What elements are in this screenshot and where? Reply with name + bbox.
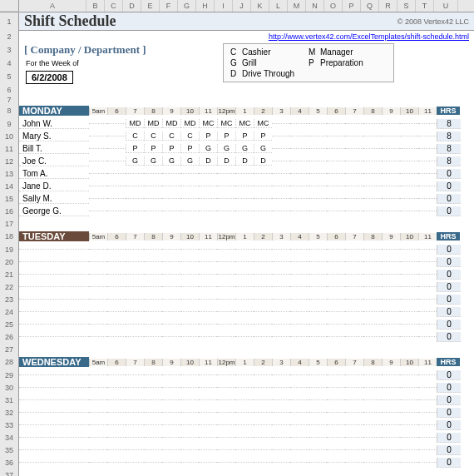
shift-cell[interactable] <box>180 211 199 211</box>
shift-cell[interactable] <box>363 311 382 312</box>
shift-cell[interactable] <box>290 299 309 300</box>
shift-cell[interactable] <box>107 186 126 186</box>
shift-cell[interactable] <box>107 274 126 275</box>
shift-cell[interactable] <box>418 261 437 262</box>
shift-cell[interactable] <box>400 161 418 161</box>
shift-cell[interactable] <box>309 161 327 161</box>
row-header-17[interactable]: 17 <box>0 217 19 231</box>
shift-cell[interactable] <box>327 299 345 300</box>
shift-cell[interactable] <box>290 286 309 287</box>
shift-cell[interactable] <box>254 336 272 337</box>
shift-cell[interactable] <box>345 437 363 438</box>
shift-cell[interactable] <box>363 299 382 300</box>
shift-cell[interactable] <box>382 261 400 262</box>
employee-name[interactable] <box>19 299 89 300</box>
shift-cell[interactable] <box>345 123 363 124</box>
shift-cell[interactable] <box>272 123 290 124</box>
shift-cell[interactable] <box>144 186 162 186</box>
shift-cell[interactable] <box>327 186 345 186</box>
shift-cell[interactable] <box>272 336 290 337</box>
shift-cell[interactable]: MD <box>162 119 180 128</box>
shift-cell[interactable] <box>180 336 199 337</box>
shift-cell[interactable] <box>272 374 290 375</box>
shift-cell[interactable] <box>400 412 418 413</box>
shift-cell[interactable] <box>254 424 272 425</box>
shift-cell[interactable] <box>327 387 345 388</box>
employee-name[interactable] <box>19 249 89 250</box>
shift-cell[interactable] <box>290 437 309 438</box>
shift-cell[interactable] <box>400 462 418 463</box>
shift-cell[interactable] <box>144 274 162 275</box>
col-header-S[interactable]: S <box>397 0 416 12</box>
employee-name[interactable]: Jane D. <box>19 181 89 191</box>
shift-cell[interactable] <box>345 148 363 149</box>
shift-cell[interactable] <box>199 274 217 275</box>
shift-cell[interactable] <box>89 123 107 124</box>
col-header-C[interactable]: C <box>105 0 123 12</box>
shift-cell[interactable] <box>363 249 382 250</box>
shift-cell[interactable] <box>89 424 107 425</box>
shift-cell[interactable] <box>199 286 217 287</box>
shift-cell[interactable] <box>107 136 126 136</box>
shift-cell[interactable] <box>418 374 437 375</box>
shift-cell[interactable] <box>327 249 345 250</box>
shift-cell[interactable] <box>199 399 217 400</box>
shift-cell[interactable] <box>290 249 309 250</box>
shift-cell[interactable] <box>309 324 327 325</box>
shift-cell[interactable] <box>363 399 382 400</box>
shift-cell[interactable] <box>235 261 254 262</box>
shift-cell[interactable] <box>418 186 437 186</box>
shift-cell[interactable] <box>126 173 144 174</box>
shift-cell[interactable] <box>309 148 327 149</box>
shift-cell[interactable] <box>199 462 217 463</box>
shift-cell[interactable] <box>290 198 309 199</box>
shift-cell[interactable] <box>144 211 162 211</box>
shift-cell[interactable] <box>199 311 217 312</box>
shift-cell[interactable] <box>290 324 309 325</box>
shift-cell[interactable] <box>272 161 290 161</box>
shift-cell[interactable] <box>400 173 418 174</box>
shift-cell[interactable] <box>290 399 309 400</box>
shift-cell[interactable] <box>309 399 327 400</box>
shift-cell[interactable] <box>217 299 235 300</box>
shift-cell[interactable] <box>162 399 180 400</box>
shift-cell[interactable] <box>254 462 272 463</box>
shift-cell[interactable] <box>290 449 309 450</box>
row-header-26[interactable]: 26 <box>0 330 19 344</box>
shift-cell[interactable] <box>107 449 126 450</box>
shift-cell[interactable] <box>290 424 309 425</box>
shift-cell[interactable] <box>345 136 363 136</box>
shift-cell[interactable] <box>89 249 107 250</box>
shift-cell[interactable] <box>272 286 290 287</box>
shift-cell[interactable] <box>89 399 107 400</box>
shift-cell[interactable] <box>400 211 418 211</box>
col-header-M[interactable]: M <box>288 0 306 12</box>
shift-cell[interactable] <box>309 437 327 438</box>
shift-cell[interactable] <box>144 173 162 174</box>
shift-cell[interactable] <box>418 462 437 463</box>
shift-cell[interactable] <box>180 286 199 287</box>
shift-cell[interactable] <box>309 274 327 275</box>
shift-cell[interactable] <box>418 148 437 149</box>
shift-cell[interactable] <box>272 274 290 275</box>
shift-cell[interactable] <box>327 437 345 438</box>
shift-cell[interactable] <box>162 274 180 275</box>
shift-cell[interactable] <box>217 311 235 312</box>
shift-cell[interactable] <box>382 173 400 174</box>
shift-cell[interactable]: D <box>217 156 235 166</box>
shift-cell[interactable] <box>345 286 363 287</box>
shift-cell[interactable] <box>107 198 126 199</box>
shift-cell[interactable] <box>107 412 126 413</box>
shift-cell[interactable] <box>345 336 363 337</box>
shift-cell[interactable] <box>418 387 437 388</box>
shift-cell[interactable] <box>363 186 382 186</box>
shift-cell[interactable] <box>217 186 235 186</box>
shift-cell[interactable] <box>418 299 437 300</box>
shift-cell[interactable]: MD <box>126 119 144 128</box>
shift-cell[interactable] <box>382 211 400 211</box>
shift-cell[interactable] <box>290 123 309 124</box>
shift-cell[interactable]: G <box>144 156 162 166</box>
shift-cell[interactable] <box>180 186 199 186</box>
shift-cell[interactable] <box>418 198 437 199</box>
shift-cell[interactable] <box>180 449 199 450</box>
